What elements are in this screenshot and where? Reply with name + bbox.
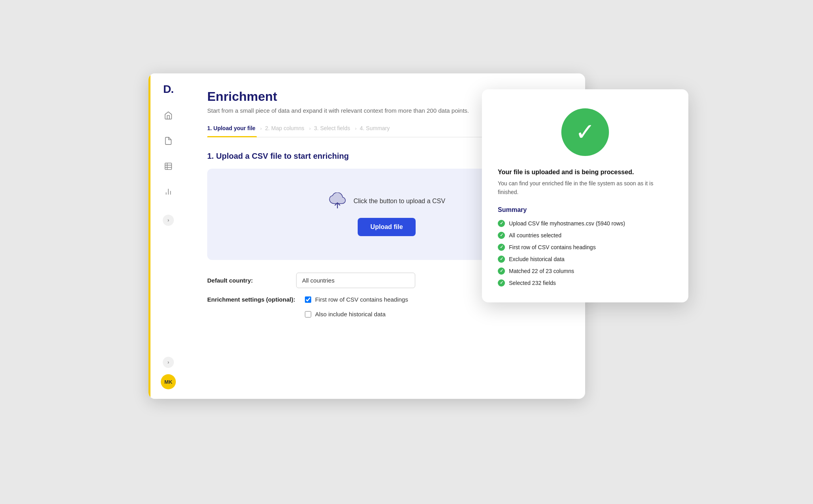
chevron-1: ›	[260, 125, 262, 137]
summary-items: Upload CSV file myhostnames.csv (5940 ro…	[498, 220, 672, 287]
default-country-label: Default country:	[207, 277, 287, 284]
success-popup: ✓ Your file is uploaded and is being pro…	[482, 89, 688, 302]
success-icon-wrap: ✓	[498, 108, 672, 156]
summary-item-3-text: First row of CSV contains headings	[509, 244, 596, 250]
sidebar-bottom: › MK	[161, 357, 176, 389]
summary-item-2-text: All countries selected	[509, 232, 561, 239]
step-2[interactable]: 2. Map columns	[265, 125, 306, 137]
sidebar-item-files[interactable]	[161, 134, 175, 148]
check-icon-6	[498, 279, 505, 287]
success-desc: You can find your enriched file in the f…	[498, 179, 672, 197]
success-checkmark-icon: ✓	[575, 120, 595, 144]
summary-item-1: Upload CSV file myhostnames.csv (5940 ro…	[498, 220, 672, 227]
step-1-label: 1. Upload your file	[207, 125, 255, 131]
scene: D.	[148, 73, 665, 431]
settings-label: Enrichment settings (optional):	[207, 296, 295, 303]
checkbox-1-input[interactable]	[305, 296, 311, 303]
summary-item-3: First row of CSV contains headings	[498, 244, 672, 251]
sidebar-item-home[interactable]	[161, 108, 175, 123]
chevron-3: ›	[355, 125, 356, 137]
summary-item-6-text: Selected 232 fields	[509, 280, 556, 286]
step-4-label: 4. Summary	[360, 125, 389, 131]
check-icon-4	[498, 256, 505, 263]
sidebar-accent-bar	[148, 73, 150, 399]
app-logo: D.	[163, 83, 173, 96]
sidebar-collapse-bottom-button[interactable]: ›	[163, 357, 174, 368]
check-icon-3	[498, 244, 505, 251]
summary-item-6: Selected 232 fields	[498, 279, 672, 287]
sidebar-nav: ›	[161, 108, 175, 357]
summary-item-4: Exclude historical data	[498, 256, 672, 263]
default-country-input[interactable]	[296, 273, 415, 288]
upload-instruction: Click the button to upload a CSV	[353, 198, 445, 205]
checkbox-2-label[interactable]: Also include historical data	[305, 311, 408, 317]
checkbox-1-label[interactable]: First row of CSV contains headings	[305, 296, 408, 303]
avatar[interactable]: MK	[161, 374, 176, 389]
sidebar-expand-button[interactable]: ›	[163, 215, 174, 226]
cloud-upload-icon	[328, 192, 347, 210]
checkbox-1-text: First row of CSV contains headings	[315, 296, 408, 303]
step-1[interactable]: 1. Upload your file	[207, 125, 257, 137]
checkbox-2-text: Also include historical data	[315, 311, 386, 317]
step-3[interactable]: 3. Select fields	[314, 125, 352, 137]
checkbox-2-input[interactable]	[305, 311, 311, 317]
check-icon-5	[498, 267, 505, 275]
summary-item-4-text: Exclude historical data	[509, 256, 564, 262]
sidebar: D.	[148, 73, 188, 399]
summary-item-5: Matched 22 of 23 columns	[498, 267, 672, 275]
success-title: Your file is uploaded and is being proce…	[498, 169, 672, 176]
sidebar-item-tables[interactable]	[161, 159, 175, 173]
summary-item-5-text: Matched 22 of 23 columns	[509, 268, 574, 274]
check-icon-1	[498, 220, 505, 227]
summary-item-1-text: Upload CSV file myhostnames.csv (5940 ro…	[509, 220, 625, 227]
success-circle: ✓	[561, 108, 609, 156]
step-2-label: 2. Map columns	[265, 125, 304, 131]
summary-item-2: All countries selected	[498, 232, 672, 239]
upload-button[interactable]: Upload file	[358, 218, 416, 236]
step-4[interactable]: 4. Summary	[360, 125, 391, 137]
step-3-label: 3. Select fields	[314, 125, 350, 131]
svg-rect-0	[165, 163, 172, 170]
summary-title: Summary	[498, 206, 672, 214]
settings-checkboxes: First row of CSV contains headings Also …	[305, 296, 408, 322]
chevron-2: ›	[309, 125, 311, 137]
check-icon-2	[498, 232, 505, 239]
upload-content: Click the button to upload a CSV	[328, 192, 445, 210]
sidebar-item-charts[interactable]	[161, 185, 175, 199]
